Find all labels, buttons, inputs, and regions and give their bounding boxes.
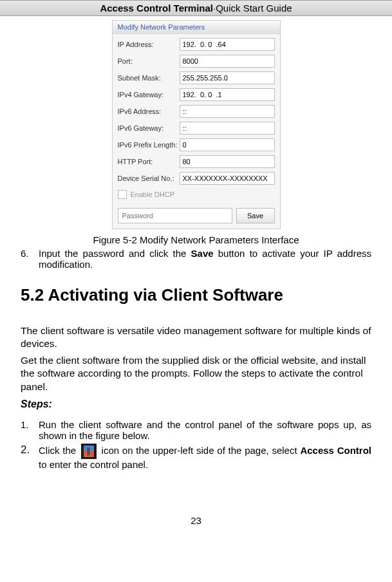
serial-input[interactable] <box>180 172 275 185</box>
password-input[interactable] <box>118 208 232 223</box>
ip-address-input[interactable] <box>180 38 275 51</box>
subnet-label: Subnet Mask: <box>118 74 180 82</box>
header-title-rest: Quick Start Guide <box>216 3 292 14</box>
ipv6-gateway-input[interactable] <box>180 122 275 135</box>
modify-network-dialog: Modify Network Parameters IP Address: Po… <box>112 20 281 229</box>
ipv4-gateway-label: IPv4 Gateway: <box>118 91 180 99</box>
paragraph-1: The client software is versatile video m… <box>21 324 371 350</box>
step-1: 1. Run the client software and the contr… <box>21 419 371 441</box>
figure-caption: Figure 5-2 Modify Network Parameters Int… <box>0 234 392 245</box>
step-2: 2. Click the icon on the upper-left side… <box>21 444 371 470</box>
paragraph-2: Get the client software from the supplie… <box>21 354 371 393</box>
page-number: 23 <box>0 515 392 532</box>
ip-address-label: IP Address: <box>118 41 180 48</box>
page-header: Access Control Terminal·Quick Start Guid… <box>0 0 392 16</box>
port-label: Port: <box>118 57 180 65</box>
dhcp-label: Enable DHCP <box>131 191 174 198</box>
ipv6-address-input[interactable] <box>180 105 275 118</box>
ipv6-address-label: IPv6 Address: <box>118 108 180 115</box>
http-port-label: HTTP Port: <box>118 158 180 165</box>
header-title-bold: Access Control Terminal <box>100 3 213 14</box>
ipv6-gateway-label: IPv6 Gateway: <box>118 124 180 132</box>
save-button[interactable]: Save <box>236 208 275 223</box>
serial-label: Device Serial No.: <box>118 174 180 182</box>
subnet-input[interactable] <box>180 71 275 84</box>
enable-dhcp-row[interactable]: Enable DHCP <box>118 190 275 199</box>
ipv4-gateway-input[interactable] <box>180 88 275 101</box>
section-heading: 5.2 Activating via Client Software <box>21 285 371 305</box>
dhcp-checkbox[interactable] <box>118 190 127 199</box>
http-port-input[interactable] <box>180 155 275 168</box>
step-6: 6. Input the password and click the Save… <box>21 248 371 270</box>
dialog-title: Modify Network Parameters <box>113 21 280 34</box>
ipv6-prefix-label: IPv6 Prefix Length: <box>118 141 180 149</box>
steps-label: Steps: <box>21 399 371 410</box>
ipv6-prefix-input[interactable] <box>180 138 275 151</box>
port-input[interactable] <box>180 55 275 68</box>
access-control-icon <box>81 444 97 459</box>
